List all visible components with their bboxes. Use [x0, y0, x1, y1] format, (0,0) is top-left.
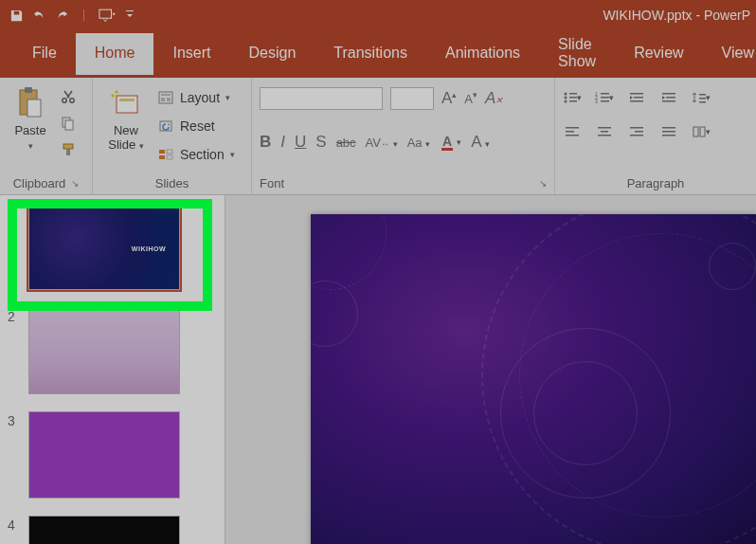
- section-button[interactable]: Section ▾: [157, 142, 235, 167]
- columns-icon[interactable]: ▾: [692, 123, 711, 140]
- cut-icon[interactable]: [59, 87, 78, 106]
- svg-rect-5: [27, 100, 41, 117]
- tab-home[interactable]: Home: [76, 33, 154, 75]
- new-slide-button[interactable]: New Slide ▾: [100, 83, 152, 154]
- shrink-font-icon[interactable]: A▾: [464, 92, 477, 106]
- svg-rect-50: [601, 131, 608, 133]
- svg-rect-52: [630, 127, 643, 129]
- tab-transitions[interactable]: Transitions: [315, 33, 426, 75]
- svg-rect-22: [167, 155, 172, 159]
- tab-slideshow[interactable]: Slide Show: [539, 25, 615, 83]
- svg-rect-34: [601, 97, 609, 99]
- svg-rect-55: [662, 127, 675, 129]
- redo-icon[interactable]: [51, 5, 72, 26]
- layout-label: Layout: [180, 90, 220, 105]
- line-spacing-icon[interactable]: ▾: [692, 89, 711, 106]
- dialog-launcher-icon[interactable]: ↘: [539, 178, 547, 189]
- svg-rect-47: [566, 131, 574, 133]
- thumbnail-image[interactable]: [28, 516, 180, 544]
- svg-rect-10: [63, 144, 73, 149]
- undo-icon[interactable]: [28, 5, 49, 26]
- svg-rect-46: [566, 127, 579, 129]
- slide-thumbnail-2[interactable]: 2: [0, 303, 225, 408]
- decrease-indent-icon[interactable]: [627, 89, 646, 106]
- chevron-down-icon: ▾: [225, 93, 230, 102]
- copy-icon[interactable]: [59, 114, 78, 133]
- layout-button[interactable]: Layout ▾: [157, 85, 235, 110]
- tab-review[interactable]: Review: [615, 33, 702, 75]
- quick-access-toolbar: [0, 5, 140, 26]
- paste-button[interactable]: Paste▾: [8, 83, 53, 154]
- start-from-beginning-icon[interactable]: [97, 5, 117, 26]
- slide-number: 4: [8, 516, 23, 533]
- paragraph-group-label: Paragraph: [627, 176, 685, 190]
- format-painter-icon[interactable]: [59, 140, 78, 159]
- align-center-icon[interactable]: [595, 123, 614, 140]
- font-color-button[interactable]: A▾: [440, 134, 461, 151]
- svg-rect-53: [635, 131, 643, 133]
- reset-label: Reset: [180, 118, 215, 134]
- font-size-combo[interactable]: [390, 87, 434, 110]
- svg-rect-45: [699, 101, 706, 103]
- svg-rect-54: [630, 135, 643, 136]
- clipboard-group-label: Clipboard: [13, 176, 66, 190]
- thumbnail-image[interactable]: WIKIHOW: [28, 203, 180, 290]
- highlight-button[interactable]: A ▾: [471, 133, 490, 152]
- grow-font-icon[interactable]: A▴: [441, 89, 457, 108]
- slide-editor[interactable]: [225, 195, 756, 544]
- clear-formatting-icon[interactable]: A✕: [485, 89, 503, 108]
- svg-point-29: [565, 100, 567, 103]
- reset-button[interactable]: Reset: [157, 114, 235, 138]
- slide-number: 1: [8, 203, 23, 220]
- slides-group-label: Slides: [155, 176, 189, 190]
- svg-rect-51: [598, 135, 611, 136]
- svg-point-27: [565, 97, 567, 100]
- svg-rect-26: [569, 93, 577, 95]
- numbering-icon[interactable]: 123▾: [595, 89, 614, 106]
- shadow-button[interactable]: S: [315, 133, 326, 152]
- svg-rect-0: [83, 9, 84, 21]
- tab-design[interactable]: Design: [229, 33, 315, 75]
- dialog-launcher-icon[interactable]: ↘: [71, 178, 79, 189]
- justify-icon[interactable]: [659, 123, 678, 140]
- svg-point-6: [63, 99, 66, 102]
- font-name-combo[interactable]: [260, 87, 383, 110]
- svg-rect-16: [161, 98, 165, 101]
- bold-button[interactable]: B: [260, 133, 271, 152]
- increase-indent-icon[interactable]: [659, 89, 678, 106]
- thumbnail-image[interactable]: [28, 411, 180, 499]
- svg-point-25: [565, 93, 567, 96]
- svg-rect-42: [662, 100, 675, 102]
- slide-thumbnail-4[interactable]: 4: [0, 512, 225, 544]
- save-icon[interactable]: [6, 5, 27, 26]
- slide-thumbnail-3[interactable]: 3: [0, 408, 225, 512]
- thumbnail-image[interactable]: [28, 307, 180, 394]
- align-left-icon[interactable]: [563, 123, 582, 140]
- slide-canvas[interactable]: [311, 214, 756, 544]
- tab-animations[interactable]: Animations: [426, 33, 539, 75]
- svg-rect-44: [699, 98, 706, 100]
- group-slides: New Slide ▾ Layout ▾ Reset Section ▾ Sli…: [93, 78, 252, 194]
- underline-button[interactable]: U: [295, 133, 306, 152]
- svg-rect-49: [598, 127, 611, 129]
- align-right-icon[interactable]: [627, 123, 646, 140]
- bullets-icon[interactable]: ▾: [563, 89, 582, 106]
- svg-rect-17: [167, 98, 171, 101]
- change-case-button[interactable]: Aa ▾: [407, 136, 431, 150]
- svg-text:3: 3: [595, 99, 598, 104]
- slide-thumbnail-1[interactable]: 1 WIKIHOW: [0, 199, 225, 303]
- tab-insert[interactable]: Insert: [153, 33, 229, 75]
- tab-view[interactable]: View: [703, 33, 756, 75]
- slide-thumbnail-panel[interactable]: 1 WIKIHOW 2 3 4: [0, 195, 225, 544]
- strikethrough-button[interactable]: abc: [336, 136, 356, 150]
- layout-icon: [157, 89, 174, 106]
- svg-rect-19: [159, 150, 165, 154]
- char-spacing-button[interactable]: AV↔ ▾: [366, 136, 398, 150]
- svg-rect-13: [119, 99, 135, 101]
- tab-file[interactable]: File: [13, 33, 76, 75]
- paste-label: Paste: [14, 123, 45, 137]
- workspace: 1 WIKIHOW 2 3 4: [0, 195, 756, 544]
- qat-customize-icon[interactable]: [119, 5, 140, 26]
- svg-rect-57: [662, 135, 675, 136]
- italic-button[interactable]: I: [280, 133, 285, 152]
